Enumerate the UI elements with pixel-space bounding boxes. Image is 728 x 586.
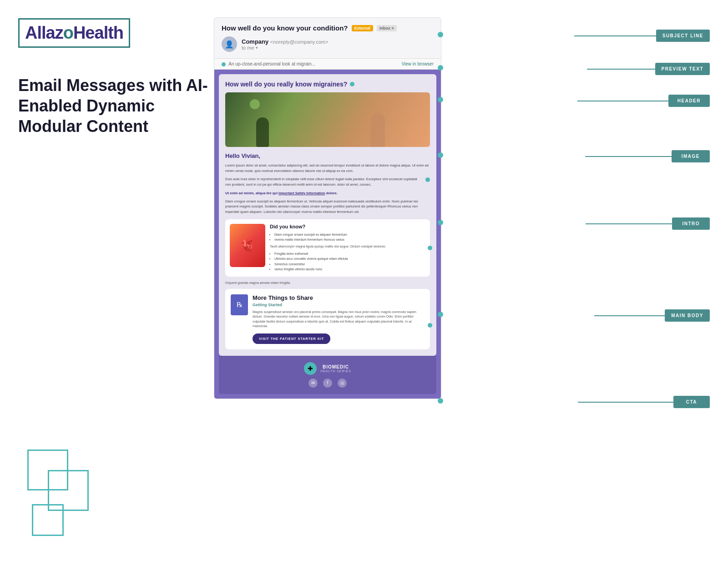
image-dot — [438, 152, 443, 158]
intro-para-2: Duis aute irure dolor in reprehenderit i… — [225, 177, 424, 187]
annotation-line-image — [585, 156, 672, 157]
subject-line-annotation: SUBJECT LINE — [574, 30, 710, 42]
badge-inbox: Inbox × — [377, 25, 397, 31]
heart-icon: 🫀 — [240, 238, 256, 253]
email-greeting: Hello Vivian, — [225, 152, 430, 159]
annotation-line-header — [577, 101, 668, 101]
image-annotation: IMAGE — [585, 150, 710, 162]
email-header-section: How well do you really know migraines? — [225, 81, 430, 88]
rx-icon: ℞ — [231, 294, 248, 315]
important-text: Ut enim ad minim, aliqua lire qui Import… — [225, 191, 430, 196]
subject-row: How well do you know your condition? Ext… — [222, 24, 434, 32]
preview-dot — [222, 62, 226, 66]
logo-text: AllazoHealth — [25, 23, 123, 42]
preview-text-bar: An up-close-and-personal look at migrain… — [214, 59, 441, 69]
cta-indicator-dot — [428, 323, 432, 328]
cta-subtitle: Getting Started — [253, 303, 425, 307]
sender-info: Company <noreply@company.com> to me ▾ — [242, 38, 329, 51]
annotation-line-subject — [574, 35, 656, 36]
sender-email: <noreply@company.com> — [270, 39, 329, 45]
email-body: How well do you really know migraines? H… — [214, 69, 441, 399]
preview-text-annotation: PREVIEW TEXT — [587, 63, 710, 75]
dyk-bullet-3: Fringilla tortor esthenwit — [274, 251, 425, 257]
to-me-text: to me — [242, 45, 254, 51]
intro-para-2-row: Duis aute irure dolor in reprehenderit i… — [225, 177, 430, 187]
intro-label: INTRO — [672, 217, 710, 230]
dyk-bullet-4: Ultricies arcu convallis viverra quisque… — [274, 256, 425, 262]
dyk-indicator-dot — [428, 246, 432, 250]
silhouette-elder — [370, 113, 385, 147]
subject-line-label: SUBJECT LINE — [656, 30, 710, 42]
footer-logo-text: BIOMEDIC HEALTH SERIES — [320, 364, 351, 373]
email-client-frame: How well do you know your condition? Ext… — [214, 17, 441, 399]
cta-description: Magnis suspendisse aenean orci placerat … — [253, 310, 425, 329]
dyk-bullet-list-2: Fringilla tortor esthenwit Ultricies arc… — [270, 251, 425, 272]
intro-para-1: Lorem ipsum dolor sit amet, consectetur … — [225, 163, 430, 173]
main-body-label: MAIN BODY — [665, 309, 710, 322]
dyk-footer-text: Orquent gravida magna aenean etiam fring… — [225, 281, 430, 284]
did-you-know-card: 🫀 Did you know? Diam congue ornare susci… — [225, 219, 430, 277]
footer-social-icons: ✉ f ◎ — [225, 379, 430, 388]
main-body-dot — [438, 312, 443, 317]
tagline: Email Messages with AI-Enabled Dynamic M… — [18, 75, 209, 136]
cta-annotation: CTA — [578, 396, 710, 408]
cta-dot — [438, 398, 443, 404]
logo-box: AllazoHealth — [18, 18, 130, 48]
dyk-bullet-5: Senectus consectetur — [274, 262, 425, 267]
main-body-annotation: MAIN BODY — [594, 309, 710, 322]
cta-flex: ℞ More Things to Share Getting Started M… — [231, 294, 425, 344]
sender-name: Company <noreply@company.com> — [242, 38, 329, 45]
preview-text: An up-close-and-personal look at migrain… — [222, 61, 315, 66]
annotation-line-preview — [587, 69, 655, 70]
plant-element — [250, 99, 260, 109]
footer-logo-row: ✚ BIOMEDIC HEALTH SERIES — [225, 362, 430, 375]
email-header-title: How well do you really know migraines? — [225, 81, 347, 88]
view-in-browser-link[interactable]: View in browser — [402, 61, 434, 66]
badge-external: External — [352, 25, 374, 31]
sender-row: 👤 Company <noreply@company.com> to me ▾ — [222, 36, 434, 52]
intro-dot — [438, 220, 443, 225]
header-indicator-dot — [350, 82, 354, 86]
dyk-bullet-1: Diam congue ornare suscipit ex aliquam f… — [274, 232, 425, 237]
cta-section: ℞ More Things to Share Getting Started M… — [225, 289, 430, 349]
annotation-line-main-body — [594, 315, 665, 316]
logo-container: AllazoHealth — [18, 18, 209, 48]
left-panel: AllazoHealth Email Messages with AI-Enab… — [18, 18, 209, 155]
dyk-bullet-2: viverra mattis interdum formentum rhoncu… — [274, 237, 425, 242]
footer-logo-icon: ✚ — [304, 362, 317, 375]
annotation-line-cta — [578, 402, 673, 403]
dyk-bullet-6: varius fringilla ultrices iaculis nunc — [274, 267, 425, 272]
dyk-content: Did you know? Diam congue ornare suscipi… — [270, 224, 425, 272]
avatar: 👤 — [222, 36, 237, 52]
cta-label: CTA — [673, 396, 710, 408]
image-label: IMAGE — [672, 150, 710, 162]
heart-image: 🫀 — [230, 224, 265, 267]
preview-text-dot — [438, 65, 443, 71]
main-body-text: Diam congue ornare suscipit ex aliquam f… — [225, 199, 430, 215]
instagram-icon[interactable]: ◎ — [338, 379, 347, 388]
email-icon[interactable]: ✉ — [308, 379, 318, 388]
to-me-row: to me ▾ — [242, 45, 329, 51]
dyk-taciti: Taciti ullamcorper magna ligula quisqu m… — [270, 244, 425, 249]
cta-text-area: More Things to Share Getting Started Mag… — [253, 294, 425, 344]
dyk-bullet-list: Diam congue ornare suscipit ex aliquam f… — [270, 232, 425, 242]
preview-text-label: PREVIEW TEXT — [655, 63, 710, 75]
preview-text-content: An up-close-and-personal look at migrain… — [228, 61, 315, 66]
cta-button[interactable]: VISIT THE PATIENT STARTER KIT — [253, 333, 330, 344]
hero-image — [225, 92, 430, 147]
header-dot — [438, 97, 443, 102]
silhouette-child — [256, 117, 269, 147]
header-label: HEADER — [668, 95, 710, 107]
footer-brand-name: BIOMEDIC — [320, 364, 351, 369]
subject-text: How well do you know your condition? — [222, 24, 348, 32]
footer-brand-sub: HEALTH SERIES — [320, 369, 351, 373]
important-link[interactable]: Important Safety Information — [278, 191, 325, 195]
intro-indicator-dot — [425, 177, 430, 182]
subject-line-dot — [438, 32, 443, 37]
decorative-squares — [27, 450, 100, 550]
intro-annotation: INTRO — [586, 217, 710, 230]
email-content-area: How well do you really know migraines? H… — [219, 74, 436, 356]
facebook-icon[interactable]: f — [323, 379, 332, 388]
deco-square-3 — [32, 504, 64, 536]
email-footer: ✚ BIOMEDIC HEALTH SERIES ✉ f ◎ — [219, 356, 436, 394]
